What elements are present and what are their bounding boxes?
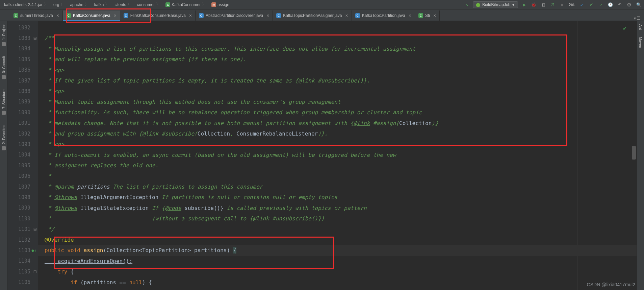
code-line[interactable]: * If auto-commit is enabled, an async co… (38, 150, 637, 160)
close-icon[interactable]: × (189, 13, 192, 18)
line-number[interactable]: 1096 (7, 171, 38, 181)
line-number[interactable]: 1084 (7, 44, 38, 54)
code-line[interactable]: /** (38, 33, 637, 43)
code-area[interactable]: ✔ /** * Manually assign a list of partit… (38, 21, 637, 290)
code-line[interactable]: acquireAndEnsureOpen(); (38, 256, 637, 266)
line-number[interactable]: 1091 (7, 118, 38, 128)
code-line[interactable]: * @throws IllegalStateException If {@cod… (38, 203, 637, 213)
line-number[interactable]: 1104 (7, 256, 38, 266)
run-icon[interactable]: ▶ (521, 1, 527, 8)
breadcrumb-pkg[interactable]: clients〉 (112, 1, 133, 8)
class-icon: C (355, 13, 360, 18)
code-line[interactable]: * and will replace the previous assignme… (38, 54, 637, 65)
close-icon[interactable]: × (433, 13, 436, 18)
editor-tabs: CsumerThread.java×CKafkaConsumer.java×CF… (0, 9, 644, 21)
toolwindow-tab[interactable]: Maven (639, 37, 643, 48)
line-number[interactable]: 1089 (7, 97, 38, 107)
toolwindow-tab[interactable]: Ant (639, 24, 643, 30)
run-config-selector[interactable]: ⬤ BuildBitmapJob ▾ (473, 1, 518, 8)
editor-tab[interactable]: CSti× (415, 10, 440, 21)
class-icon: C (66, 13, 71, 18)
watermark: CSDN @lixia0417mul2 (587, 282, 635, 287)
close-icon[interactable]: × (345, 13, 348, 18)
code-line[interactable]: * @param partitions The list of partitio… (38, 182, 637, 192)
close-icon[interactable]: × (409, 13, 411, 18)
code-line[interactable]: public void assign(Collection<TopicParti… (38, 245, 637, 256)
close-icon[interactable]: × (114, 13, 117, 18)
breadcrumb-pkg[interactable]: apache〉 (68, 1, 91, 8)
code-line[interactable]: * functionality. As such, there will be … (38, 107, 637, 118)
spring-icon: ⬤ (476, 2, 480, 7)
line-number[interactable]: 1095 (7, 160, 38, 171)
line-number[interactable]: 1087 (7, 75, 38, 86)
git-revert-icon[interactable]: ↶ (616, 1, 623, 8)
search-everywhere-icon[interactable]: 🔍 (635, 1, 642, 8)
line-number[interactable]: 1097 (7, 182, 38, 192)
code-line[interactable]: @Override (38, 235, 637, 245)
code-line[interactable]: * Manually assign a list of partitions t… (38, 44, 637, 54)
breadcrumb-pkg[interactable]: org〉 (51, 1, 67, 8)
code-line[interactable]: * <p> (38, 65, 637, 75)
line-number[interactable]: 1098 (7, 192, 38, 202)
code-line[interactable]: * If the given list of topic partitions … (38, 75, 637, 86)
tabs-overflow-icon[interactable]: ▾ ☰ (630, 16, 644, 21)
breadcrumb-class[interactable]: CKafkaConsumer〉 (163, 1, 208, 8)
line-number[interactable]: 1106 (7, 277, 38, 287)
editor-tab[interactable]: CKafkaTopicPartitionAssigner.java× (273, 10, 352, 21)
profile-icon[interactable]: ⏱ (549, 1, 556, 8)
close-icon[interactable]: × (56, 13, 59, 18)
line-number[interactable]: 1088 (7, 86, 38, 96)
coverage-icon[interactable]: ◧ (540, 1, 546, 8)
line-number[interactable]: 1083⊟ (7, 33, 38, 43)
line-number[interactable]: 1100 (7, 213, 38, 224)
code-line[interactable]: * and group assignment with {@link #subs… (38, 128, 637, 139)
method-icon: m (211, 2, 216, 7)
editor-tab[interactable]: CKafkaConsumer.java× (63, 10, 120, 21)
debug-icon[interactable]: 🐞 (530, 1, 537, 8)
code-line[interactable]: * (without a subsequent call to {@link #… (38, 213, 637, 224)
toolwindow-tab[interactable]: 1: Project (2, 24, 6, 46)
editor-tab[interactable]: CsumerThread.java× (10, 10, 63, 21)
code-line[interactable]: if (partitions == null) { (38, 277, 637, 288)
code-line[interactable]: * <p> (38, 86, 637, 96)
editor-tab[interactable]: CAbstractPartitionDiscoverer.java× (196, 10, 273, 21)
close-icon[interactable]: × (266, 13, 269, 18)
code-line[interactable]: * (38, 171, 637, 182)
git-pull-icon[interactable]: ↙ (578, 1, 585, 8)
line-number[interactable]: 1101⊟ (7, 224, 38, 234)
toolwindow-tab[interactable]: 2: Favorites (2, 125, 6, 150)
line-number[interactable]: 1090 (7, 107, 38, 118)
line-number[interactable]: 1094 (7, 150, 38, 160)
editor-tab[interactable]: CKafkaTopicPartition.java× (352, 10, 415, 21)
breadcrumb-pkg[interactable]: kafka〉 (92, 1, 111, 8)
code-line[interactable]: * <p> (38, 139, 637, 149)
breadcrumb-method[interactable]: massign (209, 2, 231, 8)
code-line[interactable]: try { (38, 266, 637, 277)
code-line[interactable]: * @throws IllegalArgumentException If pa… (38, 192, 637, 202)
line-number[interactable]: 1085 (7, 54, 38, 65)
git-push-icon[interactable]: ↗ (597, 1, 604, 8)
toolwindow-tab[interactable]: 7: Structure (2, 90, 6, 115)
line-number[interactable]: 1082 (7, 22, 38, 33)
line-number[interactable]: 1086 (7, 65, 38, 75)
code-line[interactable]: * metadata change. Note that it is not p… (38, 118, 637, 128)
code-line[interactable] (38, 22, 637, 33)
code-line[interactable]: */ (38, 224, 637, 235)
line-number[interactable]: 1102 (7, 235, 38, 245)
git-history-icon[interactable]: 🕓 (607, 1, 614, 8)
code-line[interactable]: * Manual topic assignment through this m… (38, 97, 637, 107)
breadcrumb-pkg[interactable]: consumer〉 (135, 1, 162, 8)
line-number[interactable]: 1099 (7, 203, 38, 213)
breadcrumb-jar[interactable]: kafka-clients-2.4.1.jar〉 (2, 1, 50, 8)
line-number[interactable]: 1093 (7, 139, 38, 149)
code-line[interactable]: * assignment replaces the old one. (38, 160, 637, 171)
line-number[interactable]: 1103●↑ (7, 245, 38, 256)
line-number[interactable]: 1092 (7, 128, 38, 139)
toolwindow-tab[interactable]: 0: Commit (2, 56, 6, 79)
stop-icon[interactable]: ■ (559, 1, 565, 8)
ide-errors-icon[interactable]: ⮿ (626, 1, 633, 8)
editor-tab[interactable]: CFlinkKafkaConsumerBase.java× (120, 10, 196, 21)
build-icon[interactable]: ↘ (463, 1, 470, 8)
git-commit-icon[interactable]: ✔ (588, 1, 595, 8)
line-number[interactable]: 1105⊟ (7, 266, 38, 277)
